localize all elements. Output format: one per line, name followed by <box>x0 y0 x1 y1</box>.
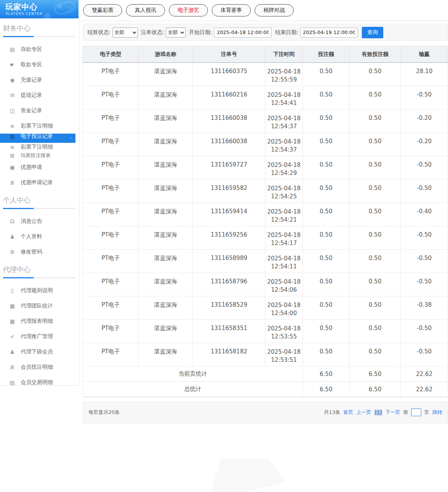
order-status-select[interactable]: 全部 <box>166 28 186 38</box>
tab-electronic-games[interactable]: 电子游艺 <box>169 4 208 16</box>
bet-date-line: 2025-04-18 <box>266 231 302 239</box>
bet-time-line: 12:54:00 <box>266 309 302 317</box>
sidebar-item-team-stats[interactable]: ▦代理团队统计 <box>0 298 79 314</box>
cell-game-type: PT电子 <box>83 226 139 250</box>
sidebar-item-member-trans[interactable]: ▤会员交易明细 <box>0 375 79 390</box>
first-page-link[interactable]: 首页 <box>343 409 353 416</box>
column-header: 输赢 <box>401 46 448 63</box>
withdraw-icon: ☛ <box>8 62 16 68</box>
column-header: 游戏名称 <box>139 46 193 63</box>
sidebar-item-promo-records[interactable]: ≣优惠申请记录 <box>0 175 79 190</box>
filter-bar: 结算状态: 全部 注单状态: 全部 开始日期: 结束日期: 查询 <box>83 24 448 41</box>
table-row: PT电子湛蓝深海13116602162025-04-1812:54:410.50… <box>83 86 448 110</box>
promotion-icon: < <box>8 333 16 340</box>
settle-status-select[interactable]: 全部 <box>113 28 138 38</box>
sidebar-item-messages[interactable]: Ω消息公告 <box>0 214 79 229</box>
tab-sports[interactable]: 体育赛事 <box>212 4 251 16</box>
cell-valid-bet-amount: 0.50 <box>350 63 401 86</box>
sidebar-item-password[interactable]: ⚙修改密码 <box>0 244 79 260</box>
cell-bet-id: 1311660375 <box>193 63 265 86</box>
report-details-icon: ▦ <box>8 318 16 324</box>
cell-valid-bet-amount: 0.50 <box>350 110 401 133</box>
sidebar-item-recharge-records[interactable]: ◉充值记录 <box>0 72 79 88</box>
column-header: 投注额 <box>303 46 350 63</box>
cell-bet-id: 1311658796 <box>193 273 265 296</box>
game-category-tabs: 雙赢彩票真人视讯电子游艺体育赛事棋牌对战 <box>80 0 448 21</box>
section-underline <box>3 208 75 209</box>
funds-records-icon: ◫ <box>8 108 16 114</box>
tab-live-casino[interactable]: 真人视讯 <box>126 4 165 16</box>
sidebar-item-withdrawal-records[interactable]: ✉提现记录 <box>0 88 79 103</box>
bet-date-line: 2025-04-18 <box>266 301 302 309</box>
sidebar-item-promo-apply[interactable]: ▣优惠申请 <box>0 160 79 175</box>
cell-bet-time: 2025-04-1812:53:55 <box>265 320 303 343</box>
next-page-link[interactable]: 下一页 <box>385 409 400 416</box>
cell-bet-amount: 0.50 <box>303 203 350 226</box>
tab-lottery[interactable]: 雙赢彩票 <box>83 4 122 16</box>
sidebar-item-report[interactable]: ▨玩家投注报表 <box>0 151 79 160</box>
prev-page-link[interactable]: 上一页 <box>356 409 371 416</box>
cell-game-type: PT电子 <box>83 63 139 86</box>
app-subtitle: PLAYERS CENTER <box>6 12 43 16</box>
sidebar-item-label: 代理下级会员 <box>21 348 53 355</box>
app-title: 玩家中心 <box>5 2 38 12</box>
cell-win-loss: 28.10 <box>401 63 448 86</box>
cell-valid-bet-amount: 0.50 <box>350 343 401 366</box>
sidebar-item-label: 资金记录 <box>21 107 42 114</box>
table-row: PT电子湛蓝深海13116595822025-04-1812:54:250.50… <box>83 180 448 203</box>
sidebar-item-member-bets[interactable]: ≣会员投注明细 <box>0 360 79 375</box>
sidebar-item-funds-records[interactable]: ◫资金记录 <box>0 103 79 118</box>
sidebar-item-label: 修改密码 <box>21 248 42 255</box>
start-date-input[interactable] <box>214 28 271 38</box>
current-page-indicator[interactable]: [1] <box>374 410 382 415</box>
cell-bet-id: 1311659256 <box>193 226 265 250</box>
sidebar-item-lottery-details[interactable]: ≡彩票下注明细 <box>0 143 79 151</box>
sidebar-item-lottery-details[interactable]: ≡彩票下注明细 <box>0 118 79 134</box>
query-button[interactable]: 查询 <box>362 27 383 38</box>
cell-bet-time: 2025-04-1812:54:06 <box>265 273 303 296</box>
sidebar-nav: 财务中心▤存款专区☛取款专区◉充值记录✉提现记录◫资金记录≡彩票下注明细▦电子投… <box>0 18 79 390</box>
sidebar-item-rules[interactable]: ▯代理规则说明 <box>0 283 79 298</box>
cell-game-name: 湛蓝深海 <box>139 110 193 133</box>
sidebar-item-withdraw[interactable]: ☛取款专区 <box>0 57 79 72</box>
sidebar-item-game-records[interactable]: ▦电子投注记录› <box>0 134 75 143</box>
jump-button[interactable]: 跳转 <box>432 409 442 416</box>
cell-bet-amount: 0.50 <box>303 133 350 156</box>
sidebar-item-label: 彩票下注明细 <box>21 144 53 150</box>
sidebar-item-promotion[interactable]: <代理推广管理 <box>0 329 79 344</box>
cell-bet-time: 2025-04-1812:54:00 <box>265 296 303 320</box>
cell-bet-id: 1311660038 <box>193 110 265 133</box>
sidebar-item-label: 代理推广管理 <box>21 333 53 340</box>
sidebar-item-members[interactable]: ♟代理下级会员 <box>0 344 79 360</box>
section-underline <box>3 36 75 37</box>
stats-value: 6.50 <box>350 366 401 382</box>
cell-win-loss: -0.20 <box>401 110 448 133</box>
bet-date-line: 2025-04-18 <box>266 138 302 146</box>
table-row: PT电子湛蓝深海13116594142025-04-1812:54:210.50… <box>83 203 448 226</box>
pagination-bar: 每页显示20条 共13条 首页 上一页 [1] 下一页 第 页 跳转 <box>83 401 448 423</box>
bet-time-line: 12:54:37 <box>266 123 302 131</box>
page-jump-input[interactable] <box>411 409 421 416</box>
cell-game-name: 湛蓝深海 <box>139 156 193 180</box>
cell-bet-amount: 0.50 <box>303 320 350 343</box>
sidebar-item-profile[interactable]: ♟个人资料 <box>0 229 79 244</box>
cell-bet-id: 1311658989 <box>193 250 265 273</box>
sidebar-item-label: 代理报表明细 <box>21 318 53 325</box>
sidebar-item-report-details[interactable]: ▦代理报表明细 <box>0 314 79 329</box>
sidebar-item-deposit[interactable]: ▤存款专区 <box>0 42 79 57</box>
cell-win-loss: -0.50 <box>401 180 448 203</box>
sidebar-item-label: 提现记录 <box>21 92 42 99</box>
sidebar-item-clip: ▦电子投注记录 <box>0 134 53 143</box>
member-bets-icon: ≣ <box>8 364 16 370</box>
cell-game-name: 湛蓝深海 <box>139 86 193 110</box>
cell-win-loss: -0.50 <box>401 226 448 250</box>
promo-records-icon: ≣ <box>8 180 16 186</box>
cell-game-type: PT电子 <box>83 296 139 320</box>
cell-game-type: PT电子 <box>83 133 139 156</box>
members-icon: ♟ <box>8 349 16 355</box>
end-date-input[interactable] <box>300 28 358 38</box>
tab-board-games[interactable]: 棋牌对战 <box>255 4 294 16</box>
sidebar-item-label: 优惠申请记录 <box>21 179 53 186</box>
pagination-controls: 共13条 首页 上一页 [1] 下一页 第 页 跳转 <box>324 409 442 416</box>
bet-time-line: 12:54:41 <box>266 99 302 107</box>
